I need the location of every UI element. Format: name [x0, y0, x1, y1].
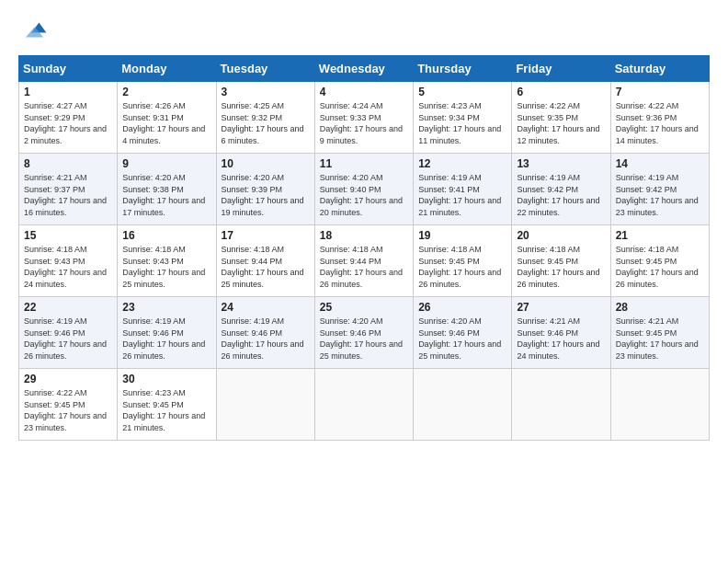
- day-info: Sunrise: 4:19 AMSunset: 9:46 PMDaylight:…: [122, 316, 205, 361]
- day-info: Sunrise: 4:21 AMSunset: 9:45 PMDaylight:…: [616, 316, 699, 361]
- day-number: 24: [222, 301, 310, 314]
- day-info: Sunrise: 4:25 AMSunset: 9:32 PMDaylight:…: [222, 101, 304, 145]
- calendar-cell: 18 Sunrise: 4:18 AMSunset: 9:44 PMDaylig…: [314, 225, 413, 297]
- day-number: 7: [616, 86, 704, 98]
- calendar-cell: [610, 369, 709, 441]
- day-number: 21: [616, 229, 704, 242]
- calendar-cell: 26 Sunrise: 4:20 AMSunset: 9:46 PMDaylig…: [414, 297, 512, 369]
- calendar-header-tuesday: Tuesday: [216, 56, 314, 82]
- calendar-cell: 30 Sunrise: 4:23 AMSunset: 9:45 PMDaylig…: [118, 369, 216, 441]
- calendar-cell: 29 Sunrise: 4:22 AMSunset: 9:45 PMDaylig…: [19, 369, 118, 441]
- day-number: 20: [517, 229, 605, 242]
- header: [18, 17, 710, 46]
- calendar-week-1: 1 Sunrise: 4:27 AMSunset: 9:29 PMDayligh…: [19, 82, 710, 154]
- logo-icon: [18, 17, 48, 46]
- calendar-cell: 22 Sunrise: 4:19 AMSunset: 9:46 PMDaylig…: [19, 297, 118, 369]
- calendar-week-3: 15 Sunrise: 4:18 AMSunset: 9:43 PMDaylig…: [19, 225, 710, 297]
- calendar-cell: [512, 369, 610, 441]
- day-number: 6: [517, 86, 605, 98]
- calendar-cell: 28 Sunrise: 4:21 AMSunset: 9:45 PMDaylig…: [610, 297, 709, 369]
- calendar-header-thursday: Thursday: [414, 56, 512, 82]
- calendar-cell: 16 Sunrise: 4:18 AMSunset: 9:43 PMDaylig…: [118, 225, 216, 297]
- calendar-cell: [414, 369, 512, 441]
- day-info: Sunrise: 4:18 AMSunset: 9:44 PMDaylight:…: [222, 245, 304, 289]
- calendar-cell: [216, 369, 314, 441]
- day-number: 18: [320, 229, 408, 242]
- day-info: Sunrise: 4:27 AMSunset: 9:29 PMDaylight:…: [24, 101, 107, 145]
- day-info: Sunrise: 4:20 AMSunset: 9:38 PMDaylight:…: [122, 173, 205, 217]
- day-number: 1: [24, 86, 112, 98]
- day-number: 14: [616, 157, 704, 170]
- day-number: 16: [122, 229, 210, 242]
- day-number: 2: [122, 86, 210, 98]
- calendar-header-friday: Friday: [512, 56, 610, 82]
- day-info: Sunrise: 4:23 AMSunset: 9:45 PMDaylight:…: [122, 388, 205, 432]
- day-number: 3: [222, 86, 310, 98]
- calendar-cell: 27 Sunrise: 4:21 AMSunset: 9:46 PMDaylig…: [512, 297, 610, 369]
- calendar-week-2: 8 Sunrise: 4:21 AMSunset: 9:37 PMDayligh…: [19, 154, 710, 225]
- calendar-cell: 2 Sunrise: 4:26 AMSunset: 9:31 PMDayligh…: [118, 82, 216, 154]
- calendar-cell: 1 Sunrise: 4:27 AMSunset: 9:29 PMDayligh…: [19, 82, 118, 154]
- calendar-cell: 11 Sunrise: 4:20 AMSunset: 9:40 PMDaylig…: [314, 154, 413, 225]
- day-number: 25: [320, 301, 408, 314]
- day-info: Sunrise: 4:21 AMSunset: 9:37 PMDaylight:…: [24, 173, 107, 217]
- day-number: 29: [24, 373, 112, 385]
- calendar-week-4: 22 Sunrise: 4:19 AMSunset: 9:46 PMDaylig…: [19, 297, 710, 369]
- calendar-cell: 14 Sunrise: 4:19 AMSunset: 9:42 PMDaylig…: [610, 154, 709, 225]
- day-number: 28: [616, 301, 704, 314]
- calendar-cell: 12 Sunrise: 4:19 AMSunset: 9:41 PMDaylig…: [414, 154, 512, 225]
- day-number: 26: [418, 301, 506, 314]
- day-info: Sunrise: 4:18 AMSunset: 9:44 PMDaylight:…: [320, 245, 403, 289]
- calendar-cell: 9 Sunrise: 4:20 AMSunset: 9:38 PMDayligh…: [118, 154, 216, 225]
- day-number: 23: [122, 301, 210, 314]
- day-number: 15: [24, 229, 112, 242]
- day-info: Sunrise: 4:19 AMSunset: 9:46 PMDaylight:…: [222, 316, 304, 361]
- calendar-cell: 21 Sunrise: 4:18 AMSunset: 9:45 PMDaylig…: [610, 225, 709, 297]
- calendar-header-monday: Monday: [118, 56, 216, 82]
- day-info: Sunrise: 4:22 AMSunset: 9:45 PMDaylight:…: [24, 388, 107, 432]
- calendar-cell: 25 Sunrise: 4:20 AMSunset: 9:46 PMDaylig…: [314, 297, 413, 369]
- day-number: 13: [517, 157, 605, 170]
- day-number: 12: [418, 157, 506, 170]
- calendar-header-wednesday: Wednesday: [314, 56, 413, 82]
- calendar-cell: 5 Sunrise: 4:23 AMSunset: 9:34 PMDayligh…: [414, 82, 512, 154]
- day-info: Sunrise: 4:20 AMSunset: 9:46 PMDaylight:…: [418, 316, 501, 361]
- day-info: Sunrise: 4:22 AMSunset: 9:36 PMDaylight:…: [616, 101, 699, 145]
- calendar-header-sunday: Sunday: [19, 56, 118, 82]
- calendar-header-row: SundayMondayTuesdayWednesdayThursdayFrid…: [19, 56, 710, 82]
- calendar-cell: 17 Sunrise: 4:18 AMSunset: 9:44 PMDaylig…: [216, 225, 314, 297]
- day-number: 8: [24, 157, 112, 170]
- day-info: Sunrise: 4:24 AMSunset: 9:33 PMDaylight:…: [320, 101, 403, 145]
- day-number: 9: [122, 157, 210, 170]
- day-number: 10: [222, 157, 310, 170]
- day-number: 22: [24, 301, 112, 314]
- calendar-cell: 19 Sunrise: 4:18 AMSunset: 9:45 PMDaylig…: [414, 225, 512, 297]
- day-info: Sunrise: 4:20 AMSunset: 9:39 PMDaylight:…: [222, 173, 304, 217]
- day-number: 17: [222, 229, 310, 242]
- day-info: Sunrise: 4:18 AMSunset: 9:45 PMDaylight:…: [616, 245, 699, 289]
- calendar-cell: 23 Sunrise: 4:19 AMSunset: 9:46 PMDaylig…: [118, 297, 216, 369]
- day-info: Sunrise: 4:22 AMSunset: 9:35 PMDaylight:…: [517, 101, 599, 145]
- calendar-cell: 10 Sunrise: 4:20 AMSunset: 9:39 PMDaylig…: [216, 154, 314, 225]
- day-info: Sunrise: 4:23 AMSunset: 9:34 PMDaylight:…: [418, 101, 501, 145]
- day-number: 5: [418, 86, 506, 98]
- calendar-cell: 20 Sunrise: 4:18 AMSunset: 9:45 PMDaylig…: [512, 225, 610, 297]
- day-info: Sunrise: 4:19 AMSunset: 9:42 PMDaylight:…: [616, 173, 699, 217]
- day-info: Sunrise: 4:19 AMSunset: 9:42 PMDaylight:…: [517, 173, 599, 217]
- day-info: Sunrise: 4:18 AMSunset: 9:45 PMDaylight:…: [517, 245, 599, 289]
- calendar-header-saturday: Saturday: [610, 56, 709, 82]
- day-info: Sunrise: 4:18 AMSunset: 9:45 PMDaylight:…: [418, 245, 501, 289]
- calendar-table: SundayMondayTuesdayWednesdayThursdayFrid…: [18, 55, 710, 441]
- day-info: Sunrise: 4:19 AMSunset: 9:41 PMDaylight:…: [418, 173, 501, 217]
- day-number: 11: [320, 157, 408, 170]
- calendar-cell: 13 Sunrise: 4:19 AMSunset: 9:42 PMDaylig…: [512, 154, 610, 225]
- calendar-cell: 15 Sunrise: 4:18 AMSunset: 9:43 PMDaylig…: [19, 225, 118, 297]
- day-number: 30: [122, 373, 210, 385]
- logo: [18, 17, 51, 46]
- page: SundayMondayTuesdayWednesdayThursdayFrid…: [0, 0, 728, 563]
- day-info: Sunrise: 4:21 AMSunset: 9:46 PMDaylight:…: [517, 316, 599, 361]
- day-number: 19: [418, 229, 506, 242]
- day-info: Sunrise: 4:26 AMSunset: 9:31 PMDaylight:…: [122, 101, 205, 145]
- day-info: Sunrise: 4:19 AMSunset: 9:46 PMDaylight:…: [24, 316, 107, 361]
- calendar-cell: [314, 369, 413, 441]
